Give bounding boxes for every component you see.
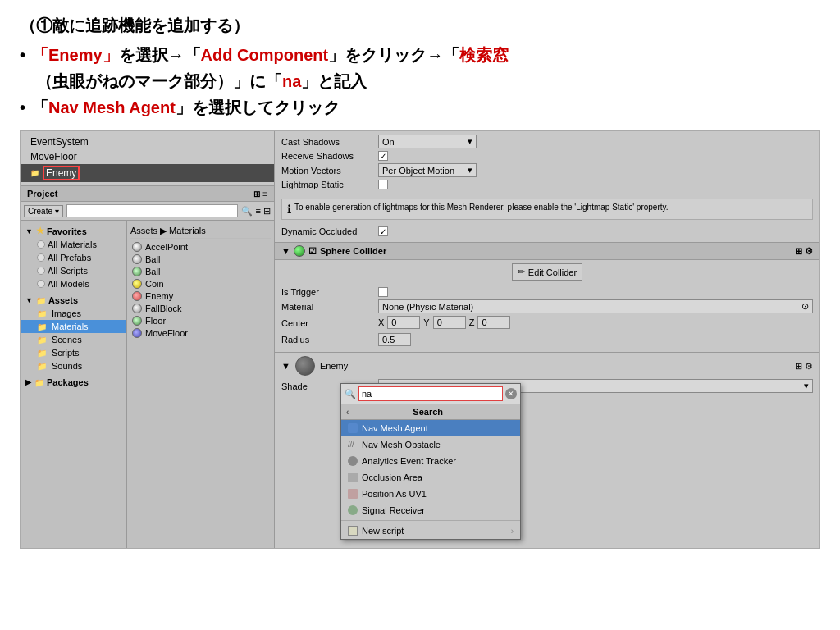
scenes-folder-icon: 📁 bbox=[37, 336, 47, 345]
analytics-label: Analytics Event Tracker bbox=[362, 456, 456, 466]
hierarchy-item-eventsystem[interactable]: EventSystem bbox=[21, 135, 274, 149]
cast-shadows-dropdown[interactable]: On ▾ bbox=[378, 135, 477, 148]
lightmap-static-row: Lightmap Static bbox=[281, 180, 813, 189]
search-result-analytics[interactable]: Analytics Event Tracker bbox=[341, 453, 520, 469]
asset-item-coin[interactable]: Coin bbox=[130, 278, 271, 290]
search-back-icon: ‹ bbox=[346, 408, 349, 417]
asset-item-fallblock[interactable]: FallBlock bbox=[130, 303, 271, 314]
asset-item-floor[interactable]: Floor bbox=[130, 315, 271, 326]
scripts-folder-icon: 📁 bbox=[37, 349, 47, 358]
center-y-label: Y bbox=[423, 317, 429, 327]
search-result-signal[interactable]: Signal Receiver bbox=[341, 502, 520, 518]
asset-item-ball2[interactable]: Ball bbox=[130, 266, 271, 277]
project-toolbar[interactable]: Create ▾ 🔍 ≡ ⊞ bbox=[21, 202, 274, 221]
asset-item-ball1[interactable]: Ball bbox=[130, 253, 271, 265]
center-z-input[interactable]: 0 bbox=[477, 316, 510, 329]
sidebar-item-all-materials[interactable]: All Materials bbox=[21, 238, 126, 251]
sidebar-item-scripts[interactable]: 📁 Scripts bbox=[21, 346, 126, 359]
search-result-position[interactable]: Position As UV1 bbox=[341, 486, 520, 502]
favorites-section[interactable]: ▼ ★ Favorites bbox=[21, 224, 126, 238]
bullet-item-1b: （虫眼がねのマーク部分）」に「na」と記入 bbox=[20, 70, 820, 93]
center-xyz: X 0 Y 0 Z 0 bbox=[378, 316, 510, 329]
sidebar-item-images[interactable]: 📁 Images bbox=[21, 307, 126, 320]
packages-label: Packages bbox=[47, 377, 89, 387]
packages-arrow: ▶ bbox=[25, 378, 31, 386]
search-header-label: Search bbox=[413, 407, 443, 417]
search-result-new-script[interactable]: New script › bbox=[341, 523, 520, 539]
is-trigger-row: Is Trigger bbox=[281, 287, 813, 297]
project-body: ▼ ★ Favorites All Materials All Prefabs bbox=[21, 221, 274, 548]
bullet-1b-content: （虫眼がねのマーク部分）」に「na」と記入 bbox=[36, 70, 367, 93]
material-row: Material None (Physic Material) ⊙ bbox=[281, 299, 813, 313]
center-y-input[interactable]: 0 bbox=[433, 316, 466, 329]
edit-collider-icon: ✏ bbox=[518, 267, 525, 277]
sphere-collider-header: ▼ ☑ Sphere Collider ⊞ ⚙ bbox=[275, 242, 819, 260]
hierarchy-item-movefloor[interactable]: MoveFloor bbox=[21, 149, 274, 164]
material-dropdown[interactable]: None (Physic Material) ⊙ bbox=[378, 299, 813, 313]
project-title: Project bbox=[27, 189, 57, 199]
lightmap-static-checkbox[interactable] bbox=[378, 180, 388, 189]
motion-vectors-row: Motion Vectors Per Object Motion ▾ bbox=[281, 163, 813, 177]
search-popup: 🔍 ✕ ‹ Search Nav Mesh Agent /// Nav Mesh… bbox=[340, 383, 521, 540]
obstacle-icon: /// bbox=[348, 440, 358, 450]
radius-label: Radius bbox=[281, 335, 372, 345]
fallblock-icon bbox=[132, 304, 142, 313]
scenes-label: Scenes bbox=[52, 335, 82, 345]
favorites-star: ★ bbox=[36, 226, 44, 236]
new-script-arrow: › bbox=[511, 527, 514, 536]
sidebar-item-all-prefabs[interactable]: All Prefabs bbox=[21, 251, 126, 264]
position-label: Position As UV1 bbox=[362, 489, 427, 499]
packages-section[interactable]: ▶ 📁 Packages bbox=[21, 376, 126, 389]
search-result-nav-mesh-obstacle[interactable]: /// Nav Mesh Obstacle bbox=[341, 436, 520, 453]
motion-vectors-arrow: ▾ bbox=[468, 165, 472, 176]
is-trigger-checkbox[interactable] bbox=[378, 287, 388, 297]
enemy-title: Enemy bbox=[320, 361, 348, 371]
asset-path: Assets ▶ Materials bbox=[130, 224, 271, 239]
sidebar-item-materials[interactable]: 📁 Materials bbox=[21, 320, 126, 333]
radius-input[interactable]: 0.5 bbox=[378, 333, 411, 346]
search-input[interactable] bbox=[358, 386, 503, 401]
all-scripts-label: All Scripts bbox=[48, 266, 88, 276]
ball1-icon bbox=[132, 254, 142, 264]
dynamic-occluded-label: Dynamic Occluded bbox=[281, 226, 372, 236]
project-left-panel: ▼ ★ Favorites All Materials All Prefabs bbox=[21, 221, 127, 548]
edit-collider-label: Edit Collider bbox=[528, 267, 577, 277]
sphere-collider-label: ☑ bbox=[308, 246, 317, 257]
create-button[interactable]: Create ▾ bbox=[24, 205, 63, 217]
enemy-icon bbox=[132, 291, 142, 301]
material-arrow: ⊙ bbox=[801, 301, 809, 312]
nav-agent-icon bbox=[348, 423, 358, 433]
assets-arrow: ▼ bbox=[25, 296, 33, 304]
sidebar-item-scenes[interactable]: 📁 Scenes bbox=[21, 333, 126, 346]
sidebar-item-sounds[interactable]: 📁 Sounds bbox=[21, 359, 126, 372]
asset-item-enemy[interactable]: Enemy bbox=[130, 290, 271, 302]
movefloor-label: MoveFloor bbox=[30, 151, 77, 162]
movefloor-icon bbox=[132, 328, 142, 338]
center-x-input[interactable]: 0 bbox=[387, 316, 420, 329]
receive-shadows-checkbox[interactable] bbox=[378, 151, 388, 161]
enemy-expand-arrow: ▼ bbox=[281, 361, 290, 371]
all-models-label: All Models bbox=[48, 279, 89, 289]
dynamic-occluded-checkbox[interactable] bbox=[378, 226, 388, 236]
motion-vectors-dropdown[interactable]: Per Object Motion ▾ bbox=[378, 163, 477, 177]
position-icon bbox=[348, 489, 358, 499]
asset-item-movefloor[interactable]: MoveFloor bbox=[130, 327, 271, 339]
bullet-2-content: 「Nav Mesh Agent」を選択してクリック bbox=[32, 96, 340, 119]
hierarchy-panel: EventSystem MoveFloor 📁 Enemy bbox=[21, 131, 274, 185]
search-clear-button[interactable]: ✕ bbox=[505, 388, 517, 399]
search-result-occlusion[interactable]: Occlusion Area bbox=[341, 469, 520, 486]
sidebar-item-all-scripts[interactable]: All Scripts bbox=[21, 264, 126, 277]
center-label: Center bbox=[281, 318, 372, 328]
hierarchy-item-enemy[interactable]: 📁 Enemy bbox=[21, 164, 274, 182]
shader-arrow: ▾ bbox=[804, 381, 809, 391]
enemy-controls: ⊞ ⚙ bbox=[795, 361, 813, 372]
sidebar-item-all-models[interactable]: All Models bbox=[21, 277, 126, 290]
all-prefabs-icon bbox=[37, 253, 45, 262]
bullet-item-1: • 「Enemy」を選択→「Add Component」をクリック→「検索窓 bbox=[20, 43, 820, 66]
assets-section[interactable]: ▼ 📁 Assets bbox=[21, 294, 126, 307]
project-search-input[interactable] bbox=[66, 204, 239, 217]
asset-item-accelpoint[interactable]: AccelPoint bbox=[130, 241, 271, 253]
floor-icon bbox=[132, 316, 142, 326]
search-result-nav-mesh-agent[interactable]: Nav Mesh Agent bbox=[341, 420, 520, 436]
edit-collider-button[interactable]: ✏ Edit Collider bbox=[512, 263, 582, 281]
